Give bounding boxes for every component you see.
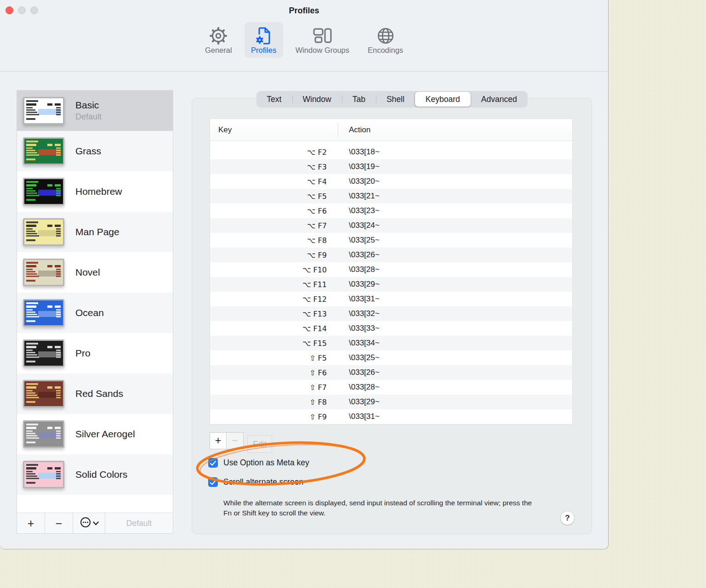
toolbar: General xyxy=(0,21,608,58)
action-cell: \033[18~ xyxy=(338,147,380,157)
tab-window[interactable]: Window xyxy=(292,91,342,107)
profile-row-grass[interactable]: Grass xyxy=(17,131,173,171)
table-row[interactable]: ⌥ F10\033[28~ xyxy=(210,262,572,277)
tab-keyboard[interactable]: Keyboard xyxy=(415,92,471,107)
add-profile-button[interactable]: + xyxy=(17,513,45,533)
toolbar-item-general[interactable]: General xyxy=(199,22,238,58)
table-row[interactable]: ⇧ F7\033[28~ xyxy=(210,380,572,395)
profile-name: Ocean xyxy=(75,307,104,318)
key-cell: ⇧ F9 xyxy=(210,413,338,421)
table-row[interactable]: ⌥ F6\033[23~ xyxy=(210,204,572,218)
remove-profile-button[interactable]: − xyxy=(45,513,73,533)
ellipsis-circle-icon xyxy=(80,516,91,530)
scroll-alternate-screen-checkbox-row[interactable]: Scroll alternate screen xyxy=(208,477,303,487)
profile-row-homebrew[interactable]: Homebrew xyxy=(17,171,173,212)
close-button[interactable] xyxy=(6,6,13,14)
profile-row-basic[interactable]: Basic Default xyxy=(17,90,173,131)
table-row[interactable]: ⇧ F6\033[26~ xyxy=(210,365,572,380)
action-cell: \033[25~ xyxy=(338,353,380,362)
zoom-button[interactable] xyxy=(30,6,38,14)
table-row[interactable]: ⌥ F2\033[18~ xyxy=(210,145,572,159)
profile-row-red-sands[interactable]: Red Sands xyxy=(17,373,173,414)
tab-advanced[interactable]: Advanced xyxy=(471,91,528,107)
toolbar-item-encodings[interactable]: Encodings xyxy=(362,22,409,58)
profile-row-silver-aerogel[interactable]: Silver Aerogel xyxy=(17,414,173,454)
profile-list: Basic Default Grass xyxy=(17,90,173,513)
column-divider[interactable] xyxy=(338,123,338,137)
profile-row-novel[interactable]: Novel xyxy=(17,252,173,293)
table-row[interactable]: ⌥ F11\033[29~ xyxy=(210,277,572,292)
key-cell: ⇧ F6 xyxy=(210,368,338,377)
action-cell: \033[24~ xyxy=(338,221,380,230)
table-row[interactable]: ⌥ F3\033[19~ xyxy=(210,159,572,174)
help-button[interactable]: ? xyxy=(560,511,575,525)
tab-text[interactable]: Text xyxy=(256,91,292,107)
profile-actions-menu-button[interactable] xyxy=(73,513,105,533)
tab-shell[interactable]: Shell xyxy=(376,91,415,107)
profiles-document-icon xyxy=(255,26,273,46)
keyboard-settings-pane: TextWindowTabShellKeyboardAdvanced Key A… xyxy=(192,98,592,534)
action-cell: \033[34~ xyxy=(338,339,380,348)
profile-thumbnail xyxy=(23,420,64,448)
table-row[interactable]: ⇧ F9\033[31~ xyxy=(210,409,572,424)
profile-name: Basic xyxy=(75,100,102,111)
profile-name: Silver Aerogel xyxy=(75,429,135,440)
tab-tab[interactable]: Tab xyxy=(342,91,376,107)
key-mappings-table: Key Action ⌥ F2\033[18~⌥ F3\033[19~⌥ F4\… xyxy=(210,119,573,424)
column-header-key[interactable]: Key xyxy=(210,125,232,135)
toolbar-item-label: Window Groups xyxy=(296,46,349,55)
profile-name: Homebrew xyxy=(75,186,122,197)
profile-thumbnail xyxy=(23,461,64,488)
default-button[interactable]: Default xyxy=(105,513,173,533)
table-row[interactable]: ⌥ F12\033[31~ xyxy=(210,292,572,306)
key-cell: ⌥ F14 xyxy=(210,324,338,333)
key-cell: ⇧ F5 xyxy=(210,354,338,362)
action-cell: \033[25~ xyxy=(338,236,380,245)
checkbox-label: Use Option as Meta key xyxy=(223,458,309,468)
gear-icon xyxy=(209,26,228,46)
profile-row-pro[interactable]: Pro xyxy=(17,333,173,373)
key-cell: ⌥ F3 xyxy=(210,163,338,171)
profile-thumbnail xyxy=(23,178,64,205)
table-row[interactable]: ⌥ F8\033[25~ xyxy=(210,233,572,248)
profile-name: Novel xyxy=(75,267,100,278)
table-row[interactable]: ⌥ F5\033[21~ xyxy=(210,189,572,204)
table-row[interactable]: ⇧ F8\033[29~ xyxy=(210,395,572,409)
toolbar-item-profiles[interactable]: Profiles xyxy=(245,22,283,58)
profile-row-solid-colors[interactable]: Solid Colors xyxy=(17,454,173,495)
action-cell: \033[33~ xyxy=(338,324,380,333)
table-row[interactable]: ⌥ F9\033[26~ xyxy=(210,248,572,262)
use-option-as-meta-checkbox-row[interactable]: Use Option as Meta key xyxy=(208,458,309,468)
toolbar-item-window-groups[interactable]: Window Groups xyxy=(290,22,355,58)
edit-mapping-button[interactable]: Edit xyxy=(247,435,272,453)
mapping-controls: + − Edit xyxy=(210,432,272,453)
profile-name: Solid Colors xyxy=(75,469,127,480)
profile-row-ocean[interactable]: Ocean xyxy=(17,293,173,333)
checkbox-checked-icon[interactable] xyxy=(208,458,218,468)
table-row[interactable]: ⌥ F4\033[20~ xyxy=(210,174,572,189)
table-row[interactable]: ⌥ F13\033[32~ xyxy=(210,306,572,321)
action-cell: \033[28~ xyxy=(338,265,380,274)
remove-mapping-button[interactable]: − xyxy=(227,432,244,449)
key-cell: ⌥ F6 xyxy=(210,207,338,215)
preferences-window: Profiles xyxy=(0,0,609,549)
profile-thumbnail xyxy=(23,380,64,407)
add-mapping-button[interactable]: + xyxy=(210,432,227,449)
table-row[interactable]: ⌥ F14\033[33~ xyxy=(210,321,572,336)
titlebar[interactable]: Profiles xyxy=(0,0,608,21)
table-row[interactable]: ⌥ F15\033[34~ xyxy=(210,336,572,351)
window-chrome: Profiles xyxy=(0,0,608,72)
key-cell: ⌥ F8 xyxy=(210,236,338,245)
action-cell: \033[29~ xyxy=(338,397,380,407)
toolbar-item-label: General xyxy=(205,46,232,55)
profile-thumbnail xyxy=(23,339,64,367)
profile-row-man-page[interactable]: Man Page xyxy=(17,212,173,252)
column-header-action[interactable]: Action xyxy=(349,125,370,135)
table-row[interactable]: ⇧ F5\033[25~ xyxy=(210,351,572,365)
key-cell: ⌥ F9 xyxy=(210,251,338,260)
table-row[interactable]: ⌥ F7\033[24~ xyxy=(210,218,572,233)
key-cell: ⌥ F5 xyxy=(210,192,338,201)
minimize-button[interactable] xyxy=(18,6,26,14)
checkbox-checked-icon[interactable] xyxy=(208,477,218,487)
table-header[interactable]: Key Action xyxy=(210,119,572,141)
